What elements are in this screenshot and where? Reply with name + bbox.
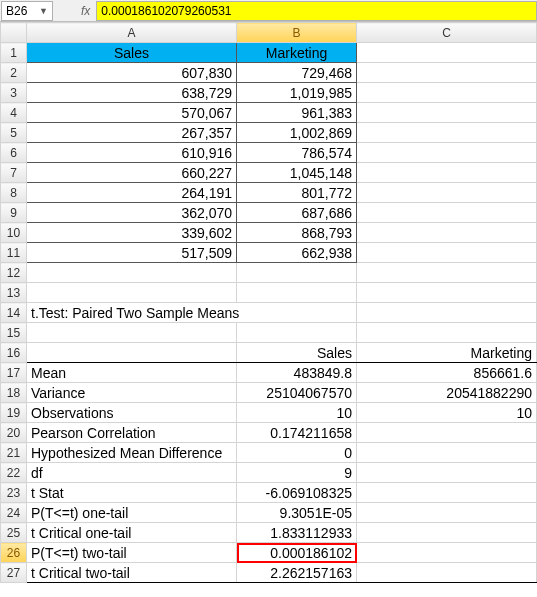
cell[interactable] <box>357 143 537 163</box>
stat-label[interactable]: t Critical one-tail <box>27 523 237 543</box>
cell[interactable] <box>357 303 537 323</box>
cell[interactable]: 362,070 <box>27 203 237 223</box>
stat-label[interactable]: t Stat <box>27 483 237 503</box>
cell[interactable] <box>357 83 537 103</box>
cell[interactable] <box>357 63 537 83</box>
stat-label[interactable]: df <box>27 463 237 483</box>
cell[interactable]: 607,830 <box>27 63 237 83</box>
stat-label[interactable]: Observations <box>27 403 237 423</box>
ttest-title[interactable]: t.Test: Paired Two Sample Means <box>27 303 357 323</box>
row-header[interactable]: 8 <box>1 183 27 203</box>
table-header-sales[interactable]: Sales <box>27 43 237 63</box>
cell[interactable]: 786,574 <box>237 143 357 163</box>
stat-label[interactable]: P(T<=t) one-tail <box>27 503 237 523</box>
stat-value[interactable]: 483849.8 <box>237 363 357 383</box>
stat-label[interactable]: P(T<=t) two-tail <box>27 543 237 563</box>
col-header-C[interactable]: C <box>357 23 537 43</box>
cell[interactable]: 267,357 <box>27 123 237 143</box>
row-header[interactable]: 11 <box>1 243 27 263</box>
stat-label[interactable]: Hypothesized Mean Difference <box>27 443 237 463</box>
chevron-down-icon[interactable]: ▼ <box>39 6 48 16</box>
cell[interactable]: 729,468 <box>237 63 357 83</box>
row-header[interactable]: 25 <box>1 523 27 543</box>
row-header[interactable]: 27 <box>1 563 27 583</box>
stat-value[interactable]: 9.3051E-05 <box>237 503 357 523</box>
row-header[interactable]: 9 <box>1 203 27 223</box>
row-header[interactable]: 19 <box>1 403 27 423</box>
stat-label[interactable]: Variance <box>27 383 237 403</box>
cell[interactable]: 610,916 <box>27 143 237 163</box>
row-header[interactable]: 10 <box>1 223 27 243</box>
row-header[interactable]: 13 <box>1 283 27 303</box>
cell[interactable]: 339,602 <box>27 223 237 243</box>
stat-value[interactable]: 856661.6 <box>357 363 537 383</box>
row-header[interactable]: 14 <box>1 303 27 323</box>
row-header[interactable]: 16 <box>1 343 27 363</box>
fx-icon[interactable]: fx <box>81 4 90 18</box>
stat-value[interactable]: 0.174211658 <box>237 423 357 443</box>
stat-value[interactable]: 9 <box>237 463 357 483</box>
cell[interactable]: 1,002,869 <box>237 123 357 143</box>
stat-value[interactable]: 2.262157163 <box>237 563 357 583</box>
cell[interactable]: 868,793 <box>237 223 357 243</box>
cell[interactable] <box>357 163 537 183</box>
cell[interactable] <box>357 103 537 123</box>
stat-value[interactable]: -6.069108325 <box>237 483 357 503</box>
stat-value[interactable] <box>357 463 537 483</box>
cell[interactable]: 961,383 <box>237 103 357 123</box>
cell[interactable]: 687,686 <box>237 203 357 223</box>
cell[interactable] <box>237 283 357 303</box>
cell[interactable] <box>357 43 537 63</box>
row-header[interactable]: 20 <box>1 423 27 443</box>
cell[interactable]: 1,019,985 <box>237 83 357 103</box>
stats-header-sales[interactable]: Sales <box>237 343 357 363</box>
row-header[interactable]: 18 <box>1 383 27 403</box>
stat-value[interactable]: 1.833112933 <box>237 523 357 543</box>
cell[interactable] <box>237 263 357 283</box>
row-header[interactable]: 21 <box>1 443 27 463</box>
col-header-A[interactable]: A <box>27 23 237 43</box>
cell[interactable] <box>27 323 237 343</box>
stat-value-highlighted[interactable]: 0.000186102 <box>237 543 357 563</box>
row-header[interactable]: 26 <box>1 543 27 563</box>
cell[interactable] <box>27 283 237 303</box>
formula-bar[interactable]: 0.000186102079260531 <box>96 1 537 21</box>
cell[interactable]: 638,729 <box>27 83 237 103</box>
stat-value[interactable] <box>357 503 537 523</box>
cell[interactable] <box>357 263 537 283</box>
cell[interactable] <box>27 263 237 283</box>
stat-value[interactable] <box>357 543 537 563</box>
cell[interactable] <box>357 223 537 243</box>
cell[interactable]: 1,045,148 <box>237 163 357 183</box>
col-header-B[interactable]: B <box>237 23 357 43</box>
row-header[interactable]: 3 <box>1 83 27 103</box>
cell[interactable]: 662,938 <box>237 243 357 263</box>
stat-value[interactable] <box>357 423 537 443</box>
row-header[interactable]: 5 <box>1 123 27 143</box>
stat-value[interactable]: 10 <box>357 403 537 423</box>
stat-value[interactable]: 25104067570 <box>237 383 357 403</box>
row-header[interactable]: 2 <box>1 63 27 83</box>
cell[interactable]: 570,067 <box>27 103 237 123</box>
row-header[interactable]: 4 <box>1 103 27 123</box>
stat-value[interactable] <box>357 483 537 503</box>
cell[interactable] <box>357 203 537 223</box>
row-header[interactable]: 12 <box>1 263 27 283</box>
stat-value[interactable]: 0 <box>237 443 357 463</box>
name-box[interactable]: B26 ▼ <box>1 1 53 21</box>
cell[interactable] <box>357 243 537 263</box>
cell[interactable]: 801,772 <box>237 183 357 203</box>
row-header[interactable]: 15 <box>1 323 27 343</box>
row-header[interactable]: 1 <box>1 43 27 63</box>
row-header[interactable]: 6 <box>1 143 27 163</box>
row-header[interactable]: 17 <box>1 363 27 383</box>
stat-label[interactable]: Pearson Correlation <box>27 423 237 443</box>
cell[interactable]: 660,227 <box>27 163 237 183</box>
cell[interactable] <box>237 323 357 343</box>
stat-value[interactable]: 20541882290 <box>357 383 537 403</box>
cell[interactable] <box>357 323 537 343</box>
stats-header-marketing[interactable]: Marketing <box>357 343 537 363</box>
select-all-corner[interactable] <box>1 23 27 43</box>
row-header[interactable]: 24 <box>1 503 27 523</box>
cell[interactable]: 264,191 <box>27 183 237 203</box>
